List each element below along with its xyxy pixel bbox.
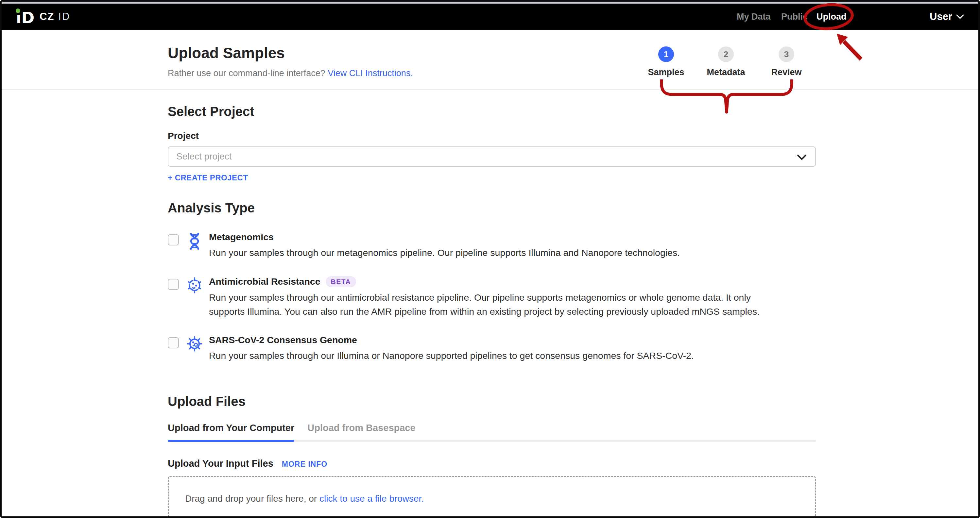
app-window: ıD CZ ID My Data Public Upload User Uplo… xyxy=(0,0,980,518)
user-menu-label: User xyxy=(930,11,952,22)
cli-hint-text: Rather use our command-line interface? xyxy=(168,68,325,78)
metagenomics-title: Metagenomics xyxy=(209,232,274,243)
czid-logo-icon: ıD xyxy=(14,8,34,26)
nav-item-upload[interactable]: Upload xyxy=(816,12,846,22)
step-circle-2[interactable]: 2 xyxy=(718,46,734,62)
create-project-link[interactable]: + CREATE PROJECT xyxy=(168,173,248,182)
step-label-samples: Samples xyxy=(640,67,692,78)
logo-text-id: ID xyxy=(58,11,70,22)
select-project-section: Select Project Project + CREATE PROJECT xyxy=(168,104,816,182)
user-menu[interactable]: User xyxy=(930,11,964,22)
nav-item-my-data[interactable]: My Data xyxy=(737,12,771,22)
project-field-label: Project xyxy=(168,131,816,141)
sars-cov-2-title: SARS-CoV-2 Consensus Genome xyxy=(209,335,357,345)
input-files-label: Upload Your Input Files xyxy=(168,458,274,469)
beta-badge: BETA xyxy=(326,276,356,287)
amr-title: Antimicrobial Resistance xyxy=(209,276,320,287)
metagenomics-description: Run your samples through our metagenomic… xyxy=(209,246,784,260)
step-label-review: Review xyxy=(760,67,813,78)
nav-item-public[interactable]: Public xyxy=(781,12,808,22)
project-select[interactable] xyxy=(168,146,816,167)
virus-icon xyxy=(187,335,202,352)
upload-files-heading: Upload Files xyxy=(168,394,816,409)
dna-icon xyxy=(187,232,202,250)
cli-instructions-link[interactable]: View CLI Instructions. xyxy=(328,68,413,78)
file-dropzone[interactable]: Drag and drop your files here, or click … xyxy=(168,476,816,518)
analysis-type-section: Analysis Type xyxy=(168,201,816,363)
analysis-option-amr: Antimicrobial Resistance BETA Run your s… xyxy=(168,276,816,319)
file-browser-link[interactable]: click to use a file browser. xyxy=(320,494,424,504)
step-label-metadata: Metadata xyxy=(700,67,752,78)
tab-upload-from-basespace[interactable]: Upload from Basespace xyxy=(307,423,415,440)
page-title: Upload Samples xyxy=(168,44,978,62)
more-info-link[interactable]: MORE INFO xyxy=(282,460,327,469)
sars-cov-2-description: Run your samples through our Illumina or… xyxy=(209,349,784,363)
analysis-type-heading: Analysis Type xyxy=(168,201,816,215)
chevron-down-icon xyxy=(956,14,964,19)
cli-hint: Rather use our command-line interface? V… xyxy=(168,68,978,78)
step-circle-3[interactable]: 3 xyxy=(779,46,794,62)
czid-logo[interactable]: ıD CZ ID xyxy=(14,8,70,26)
amr-checkbox[interactable] xyxy=(168,279,179,290)
analysis-option-metagenomics: Metagenomics Run your samples through ou… xyxy=(168,232,816,260)
page-header: Upload Samples Rather use our command-li… xyxy=(2,30,978,90)
amr-description: Run your samples through our antimicrobi… xyxy=(209,291,784,319)
project-select-input[interactable] xyxy=(169,147,815,166)
metagenomics-checkbox[interactable] xyxy=(168,234,179,245)
logo-text-cz: CZ xyxy=(40,11,54,22)
stepper-step-metadata[interactable]: 2 Metadata xyxy=(700,46,752,78)
bacteria-icon xyxy=(187,277,202,294)
stepper-step-samples[interactable]: 1 Samples xyxy=(640,46,692,78)
select-project-heading: Select Project xyxy=(168,104,816,119)
chevron-down-icon xyxy=(797,154,807,160)
upload-files-section: Upload Files Upload from Your Computer U… xyxy=(168,394,816,518)
top-navbar: ıD CZ ID My Data Public Upload User xyxy=(2,3,978,30)
stepper-step-review[interactable]: 3 Review xyxy=(760,46,813,78)
analysis-option-sars-cov-2: SARS-CoV-2 Consensus Genome Run your sam… xyxy=(168,335,816,363)
sars-cov-2-checkbox[interactable] xyxy=(168,337,179,348)
tab-upload-from-computer[interactable]: Upload from Your Computer xyxy=(168,423,294,442)
dropzone-text: Drag and drop your files here, or xyxy=(185,494,317,504)
upload-tabs: Upload from Your Computer Upload from Ba… xyxy=(168,423,816,442)
main-content: Select Project Project + CREATE PROJECT … xyxy=(2,104,980,518)
step-circle-1[interactable]: 1 xyxy=(658,46,674,62)
